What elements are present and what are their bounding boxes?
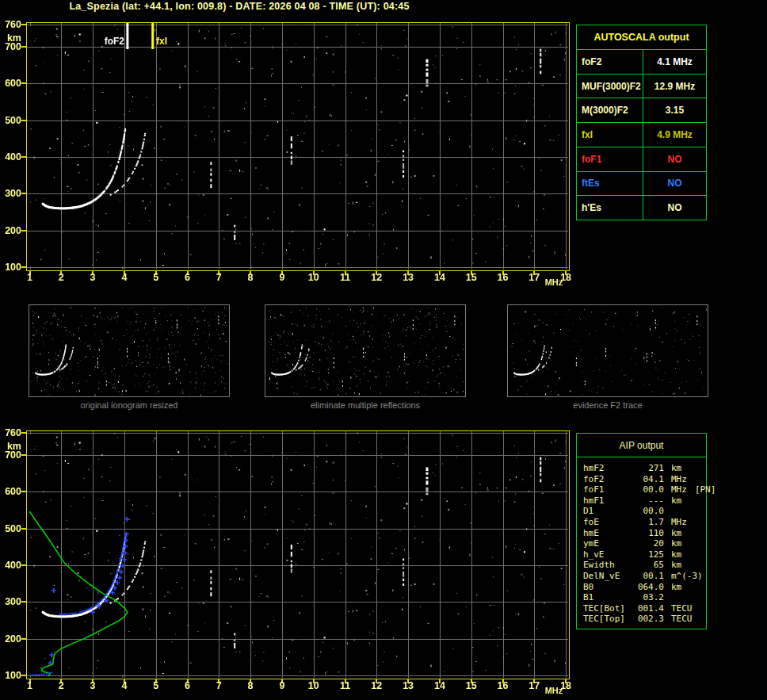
- bottom-ionogram-profile-plot: [20, 430, 576, 686]
- x-tick-label: 13: [396, 681, 420, 691]
- x-tick-label: 1: [18, 681, 42, 691]
- autoscala-row-m3000f2: M(3000)F23.15: [577, 98, 706, 123]
- x-tick-label: 14: [428, 681, 452, 691]
- x-tick-label: 9: [270, 681, 294, 691]
- aip-u: km: [671, 528, 681, 538]
- aip-u: TECU: [671, 614, 693, 624]
- autoscala-row-label: foF1: [577, 147, 643, 171]
- aip-l: DelN_vE: [583, 571, 629, 581]
- y-tick-label: 200: [0, 634, 21, 645]
- y-tick-label: 400: [0, 560, 21, 571]
- thumbnail-original-ionogram: [29, 304, 230, 397]
- aip-v: 04.1: [629, 474, 664, 484]
- aip-l: ymE: [583, 538, 629, 549]
- aip-l: hmE: [583, 528, 629, 538]
- x-tick-label: 14: [428, 273, 452, 283]
- aip-row-yme: ymE20km: [583, 538, 706, 549]
- aip-row-tectop: TEC[Top]002.3TECU: [583, 614, 706, 625]
- aip-v: 110: [629, 528, 664, 538]
- aip-l: foE: [583, 517, 629, 527]
- x-tick-label: 15: [460, 681, 483, 691]
- aip-v: ---: [629, 495, 664, 506]
- aip-u: MHz: [671, 484, 687, 495]
- aip-u: km: [671, 538, 681, 549]
- x-tick-label: 6: [176, 681, 200, 691]
- y-tick-label: 600: [0, 487, 21, 497]
- aip-v: 001.4: [629, 603, 664, 614]
- aip-v: 00.0: [629, 506, 664, 516]
- top-ionogram-plot: [20, 22, 576, 277]
- aip-l: h_vE: [583, 549, 629, 560]
- autoscala-row-label: ftEs: [577, 172, 643, 196]
- aip-v: 20: [629, 538, 664, 549]
- aip-u: km: [671, 582, 681, 592]
- aip-u: MHz: [671, 474, 687, 484]
- aip-output-panel: AIP output hmF2271kmfoF204.1MHzfoF100.0M…: [576, 433, 707, 629]
- aip-v: 03.2: [629, 592, 664, 602]
- aip-v: 65: [629, 560, 664, 570]
- aip-u: MHz: [671, 517, 687, 527]
- autoscala-row-value: NO: [643, 172, 706, 196]
- aip-v: 00.1: [629, 571, 664, 581]
- x-tick-label: 7: [207, 273, 231, 283]
- aip-l: hmF2: [583, 463, 629, 473]
- aip-u: m^(-3): [671, 571, 703, 581]
- y-tick-label: 500: [0, 524, 21, 534]
- y-tick-label: 300: [0, 597, 21, 607]
- x-tick-label: 11: [334, 273, 357, 283]
- x-tick-label: 13: [396, 273, 420, 283]
- aip-u: km: [671, 560, 681, 570]
- aip-l: D1: [583, 506, 629, 516]
- x-tick-label: 9: [270, 273, 294, 283]
- x-tick-label: 1: [18, 273, 42, 283]
- x-tick-label: 7: [207, 681, 231, 691]
- aip-row-hmf1: hmF1---km: [583, 495, 706, 507]
- autoscala-window: { "title": "La_Spezia (lat: +44.1, lon: …: [0, 0, 767, 700]
- autoscala-output-panel: AUTOSCALA output foF24.1 MHzMUF(3000)F21…: [576, 25, 707, 220]
- autoscala-row-value: NO: [643, 196, 706, 220]
- aip-row-fof2: foF204.1MHz: [583, 474, 706, 485]
- aip-row-ewidth: Ewidth65km: [583, 560, 706, 571]
- aip-l: foF2: [583, 474, 629, 484]
- x-tick-label: 4: [113, 273, 136, 283]
- x-tick-label: 3: [81, 681, 105, 691]
- autoscala-row-value: 12.9 MHz: [643, 75, 706, 98]
- aip-v: 125: [629, 549, 664, 560]
- aip-row-hme: hmE110km: [583, 528, 706, 539]
- aip-panel-header: AIP output: [577, 434, 706, 457]
- aip-row-foe: foE1.7MHz: [583, 517, 706, 528]
- autoscala-row-value: 3.15: [643, 98, 706, 122]
- aip-u: TECU: [671, 603, 693, 614]
- aip-row-b1: B103.2: [583, 592, 706, 603]
- x-tick-label: 5: [144, 273, 168, 283]
- thumbnail-caption-evidence: evidence F2 trace: [507, 400, 708, 410]
- x-tick-label: 16: [491, 681, 515, 691]
- x-tick-label: 10: [302, 273, 326, 283]
- y-axis-unit: km: [0, 33, 21, 44]
- y-axis-unit: km: [0, 442, 21, 452]
- aip-l: TEC[Top]: [583, 614, 629, 624]
- aip-row-hve: h_vE125km: [583, 549, 706, 560]
- aip-row-hmf2: hmF2271km: [583, 463, 706, 474]
- autoscala-row-label: fxI: [577, 123, 643, 147]
- y-tick-label: 100: [0, 671, 21, 681]
- thumbnail-caption-eliminate: eliminate multiple reflections: [265, 400, 466, 410]
- aip-l: Ewidth: [583, 560, 629, 570]
- autoscala-row-value: 4.1 MHz: [643, 50, 706, 74]
- aip-row-d1: D100.0: [583, 506, 706, 517]
- x-tick-label: 12: [364, 681, 388, 691]
- x-tick-label: 2: [49, 273, 73, 283]
- x-tick-label: 4: [113, 681, 136, 691]
- aip-v: 271: [629, 463, 664, 473]
- y-tick-label: 500: [0, 116, 21, 126]
- x-tick-label: 8: [238, 273, 262, 283]
- y-tick-label: 400: [0, 152, 21, 163]
- aip-l: foF1: [583, 484, 629, 495]
- x-axis-unit: MHz: [541, 277, 567, 288]
- aip-row-delnve: DelN_vE00.1m^(-3): [583, 571, 706, 582]
- autoscala-row-label: M(3000)F2: [577, 98, 643, 122]
- y-tick-label: 760: [0, 20, 21, 30]
- y-tick-label: 600: [0, 78, 21, 89]
- x-tick-label: 5: [144, 681, 168, 691]
- aip-l: hmF1: [583, 495, 629, 506]
